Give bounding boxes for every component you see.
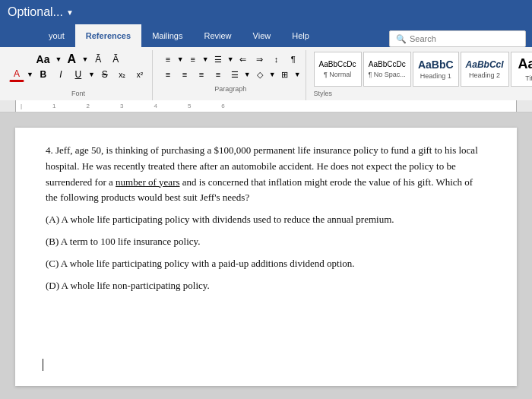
styles-group: AaBbCcDc ¶ Normal AaBbCcDc ¶ No Spac... … [309, 50, 532, 100]
subscript-btn[interactable]: x₂ [115, 67, 130, 82]
style-nospace-btn[interactable]: AaBbCcDc ¶ No Spac... [363, 52, 411, 87]
option-a: (A) A whole life participating policy wi… [46, 212, 486, 228]
style-title-label: Title [525, 74, 532, 82]
italic-btn[interactable]: I [53, 67, 68, 82]
style-heading1-label: Heading 1 [420, 72, 451, 80]
borders-dropdown-icon[interactable]: ▼ [294, 71, 301, 78]
superscript-btn[interactable]: x² [132, 67, 147, 82]
font-row1: Aa ▼ A ▼ Ã Ã [33, 52, 124, 67]
increase-font-btn[interactable]: Ã [90, 52, 106, 67]
option-b: (B) A term to 100 life insurance policy. [46, 234, 486, 250]
tab-mailings[interactable]: Mailings [141, 24, 193, 47]
font-color-A-btn[interactable]: A [9, 67, 24, 82]
search-icon: 🔍 [396, 34, 407, 44]
paragraph-group: ≡ ▼ ≡ ▼ ☰ ▼ ⇐ ⇒ ↕ ¶ ≡ ≡ ≡ ≡ ☰ ▼ ◇ ▼ ⊞ ▼ … [156, 50, 306, 100]
ribbon-content: Aa ▼ A ▼ Ã Ã A ▼ B I U ▼ S x₂ x² Font ≡ … [0, 47, 532, 100]
bold-btn[interactable]: B [36, 67, 51, 82]
line-spacing-dropdown-icon[interactable]: ▼ [244, 71, 251, 78]
align-center-btn[interactable]: ≡ [177, 67, 192, 82]
tab-layout[interactable]: yout [38, 24, 75, 47]
title-bar: Optional... ▼ [0, 0, 532, 24]
borders-btn[interactable]: ⊞ [277, 67, 293, 82]
dropdown-icon[interactable]: ▼ [66, 8, 74, 17]
question-number: 4. [46, 144, 53, 156]
align-right-btn[interactable]: ≡ [194, 67, 209, 82]
multilevel-dropdown-icon[interactable]: ▼ [227, 55, 234, 63]
search-input[interactable] [410, 34, 516, 43]
font-group-label: Font [71, 90, 85, 99]
option-c: (C) A whole life participating policy wi… [46, 256, 486, 272]
justify-btn[interactable]: ≡ [211, 67, 226, 82]
style-normal-preview: AaBbCcDc [319, 60, 356, 69]
bullets-dropdown-icon[interactable]: ▼ [177, 55, 184, 63]
styles-group-label: Styles [314, 90, 333, 99]
font-group: Aa ▼ A ▼ Ã Ã A ▼ B I U ▼ S x₂ x² Font [5, 50, 153, 100]
decrease-font-btn[interactable]: Ã [108, 52, 123, 67]
style-heading1-preview: AaBbC [418, 59, 454, 71]
font-row2: A ▼ B I U ▼ S x₂ x² [9, 67, 147, 82]
style-nospace-label: ¶ No Spac... [369, 71, 406, 78]
ruler-inner: | 1 2 3 4 5 6 [15, 100, 517, 112]
underline-dropdown-icon[interactable]: ▼ [88, 71, 95, 78]
question-paragraph: 4. Jeff, age 50, is thinking of purchasi… [46, 143, 486, 206]
underlined-text: number of years [116, 176, 179, 188]
style-normal-label: ¶ Normal [324, 71, 351, 78]
bullets-btn[interactable]: ≡ [160, 52, 176, 67]
style-heading2-label: Heading 2 [469, 71, 500, 79]
shading-btn[interactable]: ◇ [252, 67, 268, 82]
tab-review[interactable]: Review [193, 24, 242, 47]
numbering-dropdown-icon[interactable]: ▼ [202, 55, 209, 63]
style-heading2-preview: AaBbCcI [466, 59, 504, 70]
line-spacing-btn[interactable]: ☰ [227, 67, 242, 82]
align-left-btn[interactable]: ≡ [160, 67, 176, 82]
numbering-btn[interactable]: ≡ [185, 52, 201, 67]
font-size-dropdown-icon[interactable]: ▼ [81, 55, 88, 63]
strikethrough-btn[interactable]: S [97, 67, 112, 82]
style-title-btn[interactable]: AaB Title [511, 52, 532, 87]
paragraph-row2: ≡ ≡ ≡ ≡ ☰ ▼ ◇ ▼ ⊞ ▼ [160, 67, 301, 82]
shading-dropdown-icon[interactable]: ▼ [269, 71, 276, 78]
option-d: (D) A whole life non-participating polic… [46, 278, 486, 294]
title-text: Optional... [8, 5, 63, 19]
multilevel-btn[interactable]: ☰ [211, 52, 226, 67]
tab-references[interactable]: References [75, 24, 141, 47]
style-title-preview: AaB [518, 56, 532, 73]
style-heading1-btn[interactable]: AaBbC Heading 1 [413, 52, 459, 87]
paragraph-row1: ≡ ▼ ≡ ▼ ☰ ▼ ⇐ ⇒ ↕ ¶ [160, 52, 301, 67]
increase-indent-btn[interactable]: ⇒ [252, 52, 268, 67]
pilcrow-btn[interactable]: ¶ [286, 52, 301, 67]
search-bar[interactable]: 🔍 [389, 30, 526, 47]
style-nospace-preview: AaBbCcDc [369, 60, 406, 69]
sort-btn[interactable]: ↕ [269, 52, 284, 67]
font-name-btn[interactable]: Aa [33, 52, 53, 67]
font-dropdown-icon[interactable]: ▼ [55, 55, 62, 63]
tab-help[interactable]: Help [281, 24, 320, 47]
text-cursor [43, 359, 43, 371]
font-size-large-btn[interactable]: A [64, 52, 79, 67]
paragraph-group-label: Paragraph [214, 85, 246, 94]
tab-view[interactable]: View [242, 24, 282, 47]
decrease-indent-btn[interactable]: ⇐ [236, 52, 251, 67]
style-normal-btn[interactable]: AaBbCcDc ¶ Normal [314, 52, 362, 87]
document-body[interactable]: 4. Jeff, age 50, is thinking of purchasi… [15, 128, 517, 386]
font-color-dropdown-icon[interactable]: ▼ [27, 71, 33, 78]
ribbon-tabs: yout References Mailings Review View Hel… [0, 24, 532, 47]
style-heading2-btn[interactable]: AaBbCcI Heading 2 [461, 52, 509, 87]
ruler: | 1 2 3 4 5 6 [0, 100, 532, 112]
question-text: Jeff, age 50, is thinking of purchasing … [46, 144, 478, 203]
underline-btn[interactable]: U [71, 67, 86, 82]
